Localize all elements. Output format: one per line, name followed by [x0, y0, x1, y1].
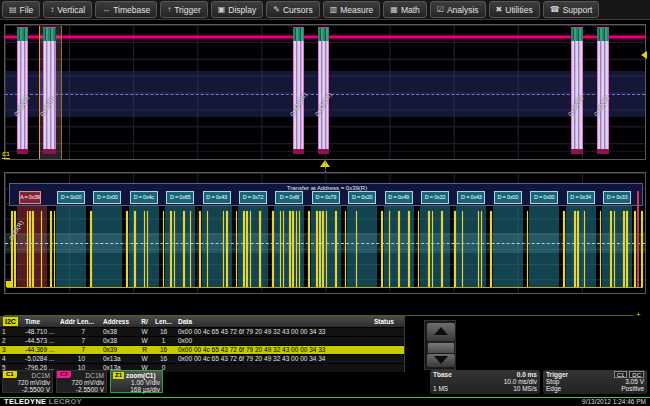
column-header-len: Len...: [152, 316, 175, 327]
sda-pulse: [326, 211, 328, 287]
menu-item-support[interactable]: ☎Support: [543, 1, 600, 18]
table-row[interactable]: 1-48.710 ...70x38W160x00 00 4c 65 43 72 …: [0, 327, 404, 336]
menu-item-math[interactable]: ▦Math: [383, 1, 426, 18]
cursors-icon: ✎: [273, 5, 280, 14]
c2-descriptor-box[interactable]: C2 DC1M 720 mV/div -2.5500 V: [56, 370, 107, 393]
protocol-badge: I2C: [3, 317, 18, 326]
row-len: 16: [152, 328, 175, 336]
c2-offset: -2.5500 V: [76, 386, 104, 393]
scroll-down-button[interactable]: [426, 353, 456, 368]
sda-pulse: [478, 211, 480, 287]
i2c-burst: [17, 27, 28, 153]
row-addr-len: 7: [60, 337, 97, 345]
z1-descriptor-box[interactable]: Z1 zoom(C1) 1.00 V/div 168 µs/div: [110, 370, 163, 393]
sda-pulse: [183, 211, 185, 287]
sda-pulse: [398, 211, 400, 287]
data-byte-box: D = 0x43: [203, 191, 231, 204]
z1-baseline: [7, 287, 643, 288]
burst-cap: [17, 27, 28, 41]
sda-pulse: [243, 211, 245, 287]
trigger-panel[interactable]: Trigger C1 DC Stop 3.05 V Edge Positive: [543, 370, 647, 394]
sda-pulse: [207, 211, 209, 287]
data-byte-box: D = 0x43: [457, 191, 485, 204]
z1-trace-indicator: [6, 281, 11, 287]
file-icon: ▤: [9, 5, 17, 14]
sda-pulse: [170, 211, 172, 287]
row-time: -44.369 ...: [22, 346, 60, 354]
row-index: 2: [0, 337, 22, 345]
menu-item-cursors[interactable]: ✎Cursors: [266, 1, 319, 18]
menu-item-analysis[interactable]: ☑Analysis: [430, 1, 486, 18]
z1-tdiv: 168 µs/div: [130, 386, 160, 393]
sda-pulse: [54, 211, 56, 287]
row-rw: W: [137, 337, 152, 345]
sda-pulse: [163, 211, 165, 287]
burst-cap: [43, 27, 56, 41]
row-rw: W: [137, 355, 152, 363]
trigger-mode: Stop: [546, 378, 559, 385]
sda-pulse: [563, 211, 565, 287]
menu-item-vertical[interactable]: ↕Vertical: [43, 1, 92, 18]
row-len: 16: [152, 346, 175, 354]
timebase-icon: ↔: [102, 5, 110, 14]
menu-item-file[interactable]: ▤File: [2, 1, 40, 18]
sda-pulse: [584, 211, 586, 287]
i2c-burst: [597, 27, 609, 153]
column-header-time: Time: [22, 316, 60, 327]
row-rw: R: [137, 346, 152, 354]
sda-pulse: [623, 211, 625, 287]
row-data: [175, 364, 371, 372]
c1-descriptor-box[interactable]: C1 DC1M 720 mV/div -2.5500 V: [2, 370, 53, 393]
i2c-burst: [571, 27, 583, 153]
scroll-up-button[interactable]: [426, 322, 456, 342]
trigger-level-marker[interactable]: [641, 51, 647, 59]
menu-item-trigger[interactable]: ↑Trigger: [160, 1, 208, 18]
column-header-address: Address: [97, 316, 137, 327]
timebase-panel[interactable]: Tbase 0.0 ms 10.0 ms/div 1 MS 10 MS/s: [430, 370, 540, 394]
sda-pulse: [626, 211, 628, 287]
menu-item-label: Display: [228, 5, 256, 15]
table-row[interactable]: 3-44.369 ...70x39R160x00 00 4c 65 43 72 …: [0, 345, 404, 354]
burst-foot: [571, 149, 583, 154]
row-index: 4: [0, 355, 22, 363]
sda-pulse: [316, 211, 318, 287]
trigger-level: 3.05 V: [625, 378, 644, 385]
i2c-burst: [318, 27, 329, 153]
timebase-tdiv: 10.0 ms/div: [504, 378, 537, 385]
menu-item-utilities[interactable]: ✖Utilities: [489, 1, 540, 18]
c1-offset: -2.5500 V: [22, 386, 50, 393]
brand-logo: TELEDYNE LECROY: [4, 398, 82, 406]
data-byte-box: D = 0x00: [530, 191, 558, 204]
sda-pulse: [250, 211, 252, 287]
menu-item-measure[interactable]: ▥Measure: [323, 1, 381, 18]
row-time: -44.573 ...: [22, 337, 60, 345]
menu-item-label: Cursors: [283, 5, 313, 15]
burst-cap: [571, 27, 583, 41]
trigger-source-badge: C1: [614, 371, 628, 378]
burst-cap: [293, 27, 304, 41]
menu-item-label: Trigger: [174, 5, 201, 15]
sda-pulse: [50, 211, 52, 287]
sda-pulse: [14, 211, 16, 287]
sda-pulse: [345, 211, 347, 287]
i2c-burst: [293, 27, 304, 153]
data-byte-box: D = 0x65: [166, 191, 194, 204]
sda-pulse: [418, 211, 420, 287]
burst-foot: [597, 149, 609, 154]
menu-item-display[interactable]: ▣Display: [211, 1, 263, 18]
data-byte-box: D = 0x00: [57, 191, 85, 204]
menu-item-timebase[interactable]: ↔Timebase: [95, 1, 157, 18]
display-icon: ▣: [218, 5, 226, 14]
arrow-up-icon: [434, 327, 448, 335]
row-time: -48.710 ...: [22, 328, 60, 336]
row-status: [371, 346, 404, 354]
sda-pulse: [574, 211, 576, 287]
sda-pulse: [190, 211, 192, 287]
support-icon: ☎: [550, 5, 560, 14]
table-row[interactable]: 2-44.573 ...70x38W10x00: [0, 336, 404, 345]
column-header-data: Data: [175, 316, 371, 327]
row-len: 16: [152, 355, 175, 363]
sda-pulse: [292, 211, 294, 287]
table-row[interactable]: 4-5.0284 ...100x13aW160x00 00 4c 65 43 7…: [0, 354, 404, 363]
c2-coupling: DC1M: [86, 372, 104, 379]
